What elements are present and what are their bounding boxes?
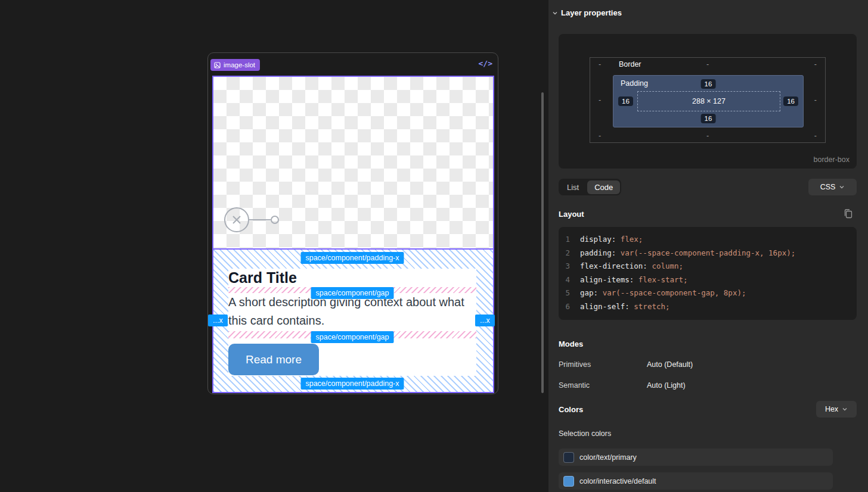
line-number: 6: [559, 300, 580, 314]
colors-section-title: Colors: [559, 405, 583, 414]
content-size-box: 288 × 127: [637, 91, 780, 111]
selection-color-row[interactable]: color/text/primary: [559, 449, 833, 466]
padding-right-value: 16: [783, 96, 798, 106]
card-title[interactable]: Card Title: [228, 269, 476, 287]
language-dropdown-value: CSS: [820, 183, 836, 191]
image-placeholder-graphic: [219, 202, 285, 236]
box-value: -: [706, 60, 709, 68]
padding-box: Padding 16 16 16 16 288 × 127: [613, 75, 804, 127]
border-label: Border: [619, 60, 641, 68]
mode-label: Primitives: [559, 360, 647, 369]
mode-row-semantic: Semantic Auto (Light): [559, 381, 686, 390]
line-number: 4: [559, 273, 580, 287]
code-line: 1display: flex;: [559, 233, 857, 247]
line-number: 2: [559, 247, 580, 260]
padding-label: Padding: [621, 79, 648, 88]
code-line: 4align-items: flex-start;: [559, 273, 857, 287]
box-value: -: [814, 132, 817, 140]
color-format-dropdown[interactable]: Hex: [816, 401, 857, 418]
line-number: 3: [559, 260, 580, 273]
padding-bottom-value: 16: [701, 114, 716, 123]
color-swatch[interactable]: [563, 452, 574, 463]
color-format-value: Hex: [825, 405, 838, 413]
color-token-label: color/interactive/default: [579, 477, 656, 485]
design-canvas[interactable]: image-slot </> Card Title A short descri…: [0, 0, 548, 492]
gap-annotation-1: space/component/gap: [311, 287, 393, 299]
figma-dev-mode-window: image-slot </> Card Title A short descri…: [0, 0, 868, 492]
color-token-label: color/text/primary: [579, 453, 637, 462]
border-box: - Border - - - - - - - Padding 16 16 16 …: [590, 57, 826, 143]
code-line: 6align-self: stretch;: [559, 300, 857, 314]
mode-label: Semantic: [559, 381, 647, 390]
color-swatch[interactable]: [563, 476, 574, 487]
box-sizing-label: border-box: [814, 155, 850, 164]
box-model-diagram: - Border - - - - - - - Padding 16 16 16 …: [559, 34, 857, 169]
chevron-down-icon: [839, 184, 845, 190]
line-number: 5: [559, 287, 580, 300]
view-mode-tabs: List Code: [559, 179, 621, 195]
chevron-down-icon: [842, 406, 848, 412]
layer-name-badge[interactable]: image-slot: [210, 59, 260, 71]
gap-annotation-2: space/component/gap: [311, 331, 393, 343]
card-content-area: Card Title A short description giving co…: [213, 250, 493, 392]
box-value: -: [599, 60, 601, 68]
image-icon: [214, 62, 221, 68]
mode-row-primitives: Primitives Auto (Default): [559, 360, 693, 369]
read-more-button[interactable]: Read more: [228, 344, 319, 375]
code-line: 2padding: var(--space-component-padding-…: [559, 247, 857, 260]
padding-x-annotation-bottom: space/component/padding-x: [300, 378, 404, 390]
code-line: 5gap: var(--space-component-gap, 8px);: [559, 287, 857, 300]
layer-properties-panel: Layer properties - Border - - - - - - - …: [548, 0, 868, 492]
mode-value[interactable]: Auto (Light): [647, 381, 686, 390]
copy-icon[interactable]: [843, 208, 854, 219]
padding-left-value: 16: [618, 96, 633, 106]
box-value: -: [814, 96, 817, 104]
chevron-down-icon: [552, 10, 558, 16]
modes-section-title: Modes: [559, 340, 583, 348]
padding-annotation-right-truncated: ...x: [475, 314, 495, 326]
box-value: -: [814, 60, 817, 68]
padding-annotation-left-truncated: ...x: [208, 314, 228, 326]
tab-list[interactable]: List: [560, 180, 586, 194]
box-value: -: [599, 132, 601, 140]
panel-title: Layer properties: [561, 8, 622, 17]
language-dropdown[interactable]: CSS: [808, 179, 857, 195]
box-value: -: [599, 96, 601, 104]
layer-properties-header[interactable]: Layer properties: [552, 8, 622, 17]
code-line: 3flex-direction: column;: [559, 260, 857, 273]
layout-section-title: Layout: [559, 210, 584, 219]
layer-name-label: image-slot: [224, 61, 255, 68]
code-slash-icon[interactable]: </>: [479, 59, 492, 68]
css-code-block[interactable]: 1display: flex; 2padding: var(--space-co…: [559, 227, 857, 320]
box-value: -: [706, 132, 709, 140]
button-row: Read more: [228, 338, 476, 376]
line-number: 1: [559, 233, 580, 247]
selection-color-row[interactable]: color/interactive/default: [559, 472, 833, 490]
mode-value[interactable]: Auto (Default): [647, 360, 693, 369]
image-slot-area[interactable]: [213, 77, 493, 250]
padding-x-annotation-top: space/component/padding-x: [300, 252, 404, 264]
card-element[interactable]: Card Title A short description giving co…: [212, 76, 494, 393]
tab-code[interactable]: Code: [587, 180, 620, 194]
selection-colors-title: Selection colors: [559, 429, 611, 438]
canvas-scrollbar[interactable]: [541, 92, 544, 393]
padding-top-value: 16: [701, 79, 716, 89]
